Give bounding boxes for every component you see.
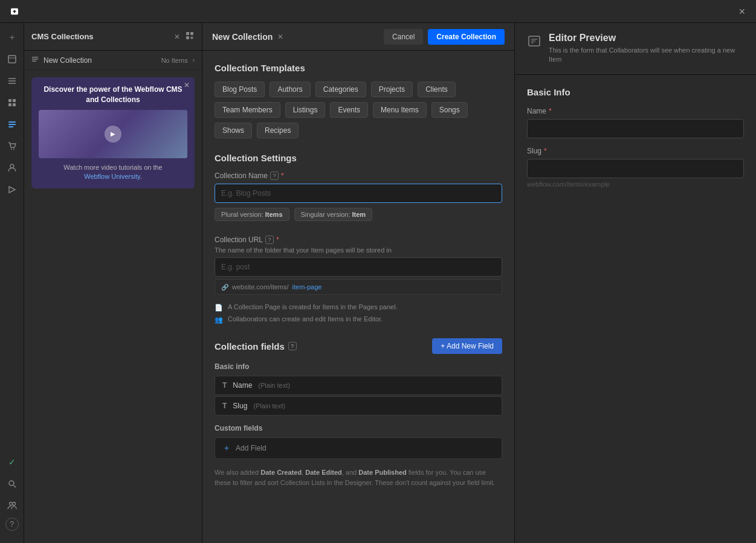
new-collection-header: New Collection ✕ Cancel Create Collectio…	[202, 23, 514, 51]
promo-play-button[interactable]: ▶	[105, 126, 121, 143]
create-collection-button[interactable]: Create Collection	[428, 29, 505, 45]
template-chip-events[interactable]: Events	[330, 102, 368, 118]
help-icon[interactable]: ?	[5, 518, 19, 531]
info-list: 📄 A Collection Page is created for Items…	[215, 303, 502, 324]
url-preview: 🔗 website.com/items/item-page	[215, 279, 502, 295]
svg-point-18	[9, 503, 12, 506]
fields-help-icon[interactable]: ?	[288, 342, 297, 350]
add-field-label: Add Field	[236, 444, 267, 452]
assets-icon[interactable]	[2, 93, 22, 112]
collection-url-help-icon[interactable]: ?	[265, 236, 274, 244]
logic-icon[interactable]	[2, 180, 22, 199]
collection-url-required: *	[276, 236, 279, 244]
info-item-1: 📄 A Collection Page is created for Items…	[215, 303, 502, 312]
basic-info-label: Basic info	[215, 362, 502, 371]
field-row-slug: T Slug (Plain text)	[215, 396, 502, 416]
editor-name-input[interactable]	[527, 119, 744, 138]
new-collection-title: New Collection	[212, 32, 273, 42]
templates-grid: Blog PostsAuthorsCategoriesProjectsClien…	[215, 82, 502, 138]
editor-content: Basic Info Name * Slug * webflow.com/ite…	[515, 75, 756, 200]
template-chip-team-members[interactable]: Team Members	[215, 102, 280, 118]
basic-fields-list: T Name (Plain text) T Slug (Plain text)	[215, 376, 502, 416]
editor-slug-input[interactable]	[527, 159, 744, 178]
settings-section-title: Collection Settings	[215, 153, 502, 163]
promo-text: Watch more video tutorials on the Webflo…	[39, 163, 187, 182]
plural-badge: Plural version: Items	[215, 208, 289, 221]
template-chip-authors[interactable]: Authors	[270, 82, 310, 97]
version-badges: Plural version: Items Singular version: …	[215, 208, 502, 221]
new-collection-content: Collection Templates Blog PostsAuthorsCa…	[202, 51, 514, 543]
webflow-university-link[interactable]: Webflow University	[84, 173, 140, 180]
icon-sidebar: ＋	[0, 23, 24, 543]
svg-rect-21	[190, 32, 193, 35]
template-chip-shows[interactable]: Shows	[215, 123, 252, 138]
svg-rect-9	[8, 121, 16, 123]
cms-add-button[interactable]	[185, 31, 195, 42]
publish-icon[interactable]: ✓	[2, 452, 22, 472]
search-icon[interactable]	[2, 474, 22, 493]
template-chip-categories[interactable]: Categories	[315, 82, 366, 97]
svg-rect-11	[8, 126, 13, 127]
new-collection-close-button[interactable]: ✕	[277, 33, 283, 41]
pages-icon[interactable]	[2, 50, 22, 69]
template-chip-listings[interactable]: Listings	[285, 102, 326, 118]
field-type-text-name: (Plain text)	[258, 382, 290, 389]
fields-section-header: Collection fields ? + Add New Field	[215, 338, 502, 354]
svg-rect-22	[186, 36, 189, 39]
fields-footer: We also added Date Created, Date Edited,…	[215, 467, 502, 500]
template-chip-projects[interactable]: Projects	[371, 82, 413, 97]
custom-fields-label: Custom fields	[215, 424, 502, 432]
editor-name-label: Name *	[527, 107, 744, 115]
editor-preview-title: Editor Preview	[549, 33, 744, 43]
template-chip-clients[interactable]: Clients	[418, 82, 456, 97]
cms-icon[interactable]	[2, 115, 22, 134]
collection-name-input[interactable]	[215, 184, 502, 203]
svg-point-12	[11, 149, 12, 150]
collection-name-required: *	[281, 172, 284, 180]
singular-badge: Singular version: Item	[294, 208, 373, 221]
collection-count: No Items	[161, 57, 188, 64]
cms-collection-item[interactable]: New Collection No Items ›	[24, 51, 202, 70]
svg-point-16	[9, 481, 14, 486]
editor-preview-icon	[527, 34, 541, 51]
template-chip-menu-items[interactable]: Menu Items	[373, 102, 427, 118]
field-name-text-name: Name	[233, 381, 252, 390]
layers-icon[interactable]	[2, 71, 22, 91]
svg-rect-7	[8, 103, 11, 106]
editor-slug-label: Slug *	[527, 147, 744, 155]
ecommerce-icon[interactable]	[2, 137, 22, 156]
add-page-button[interactable]: ＋	[2, 28, 22, 47]
template-chip-songs[interactable]: Songs	[431, 102, 468, 118]
members-icon[interactable]	[2, 158, 22, 178]
template-chip-recipes[interactable]: Recipes	[257, 123, 299, 138]
info-item-2: 👥 Collaborators can create and edit Item…	[215, 315, 502, 324]
svg-marker-15	[9, 187, 15, 193]
promo-video[interactable]: ▶	[39, 110, 187, 158]
cms-panel-title: CMS Collections	[31, 32, 174, 41]
users-icon[interactable]	[2, 496, 22, 515]
add-new-field-button[interactable]: + Add New Field	[432, 338, 502, 354]
cms-panel-header: CMS Collections ✕	[24, 23, 202, 51]
svg-point-19	[12, 503, 15, 506]
collection-url-input[interactable]	[215, 257, 502, 277]
promo-card: ✕ Discover the power of the Webflow CMS …	[31, 77, 195, 188]
editor-preview-description: This is the form that Collaborators will…	[549, 46, 744, 65]
svg-rect-5	[8, 99, 11, 102]
app-logo	[7, 4, 22, 19]
svg-point-13	[13, 149, 15, 150]
cancel-button[interactable]: Cancel	[384, 29, 423, 45]
window-close-button[interactable]: ✕	[735, 5, 749, 18]
cms-panel-close[interactable]: ✕	[174, 33, 180, 41]
template-chip-blog-posts[interactable]: Blog Posts	[215, 82, 265, 97]
editor-url-hint: webflow.com/items/example	[527, 181, 744, 188]
url-preview-highlight: item-page	[292, 283, 322, 291]
cms-panel: CMS Collections ✕ Ne	[24, 23, 202, 543]
collaborator-icon: 👥	[215, 316, 223, 324]
url-preview-prefix: website.com/items/	[232, 283, 289, 291]
svg-rect-26	[32, 59, 38, 60]
collection-name-help-icon[interactable]: ?	[270, 172, 279, 180]
promo-close-button[interactable]: ✕	[184, 81, 190, 89]
svg-rect-25	[32, 57, 38, 58]
svg-rect-8	[13, 103, 16, 106]
add-field-row[interactable]: ＋ Add Field	[215, 437, 502, 459]
